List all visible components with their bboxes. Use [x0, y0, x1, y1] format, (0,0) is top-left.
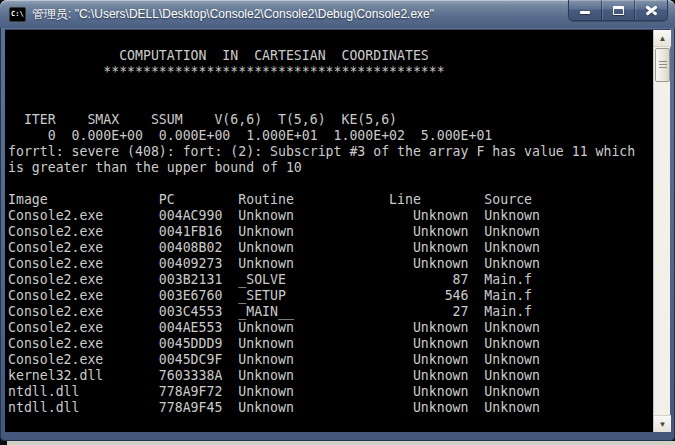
console-line: is greater than the upper bound of 10	[8, 160, 635, 176]
console-line: Image PC Routine Line Source	[8, 192, 635, 208]
console-line: COMPUTATION IN CARTESIAN COORDINATES	[8, 48, 635, 64]
console-line	[8, 80, 635, 96]
screen-bottom-edge	[7, 441, 675, 445]
console-window: C:\ 管理员: "C:\Users\DELL\Desktop\Console2…	[0, 0, 675, 441]
console-line	[8, 32, 635, 48]
console-line: Console2.exe 004AC990 Unknown Unknown Un…	[8, 208, 635, 224]
console-line: ITER SMAX SSUM V(6,6) T(5,6) KE(5,6)	[8, 112, 635, 128]
console-line: Console2.exe 003E6760 _SETUP 546 Main.f	[8, 288, 635, 304]
maximize-icon	[613, 6, 624, 15]
console-line: 0 0.000E+00 0.000E+00 1.000E+01 1.000E+0…	[8, 128, 635, 144]
vertical-scrollbar: ▲ ▼	[653, 30, 670, 432]
console-line: ntdll.dll 778A9F72 Unknown Unknown Unkno…	[8, 384, 635, 400]
titlebar[interactable]: C:\ 管理员: "C:\Users\DELL\Desktop\Console2…	[0, 0, 675, 28]
console-line: Console2.exe 00409273 Unknown Unknown Un…	[8, 256, 635, 272]
scrollbar-grip-icon	[659, 61, 667, 69]
console-line: Console2.exe 004AE553 Unknown Unknown Un…	[8, 320, 635, 336]
console-line: Console2.exe 0045DC9F Unknown Unknown Un…	[8, 352, 635, 368]
scroll-up-icon: ▲	[659, 34, 667, 43]
console-line	[8, 176, 635, 192]
console-line	[8, 96, 635, 112]
window-controls	[568, 0, 668, 21]
scrollbar-thumb[interactable]	[655, 48, 670, 82]
cmd-icon[interactable]: C:\	[9, 7, 26, 22]
console-line: forrtl: severe (408): fort: (2): Subscri…	[8, 144, 635, 160]
minimize-icon	[580, 11, 590, 14]
close-icon	[645, 5, 658, 16]
console-line: Console2.exe 0041FB16 Unknown Unknown Un…	[8, 224, 635, 240]
console-line: kernel32.dll 7603338A Unknown Unknown Un…	[8, 368, 635, 384]
scroll-up-button[interactable]: ▲	[654, 30, 671, 47]
maximize-button[interactable]	[601, 0, 634, 20]
cmd-icon-text: C:\	[10, 11, 24, 18]
console-output: COMPUTATION IN CARTESIAN COORDINATES ***…	[8, 32, 635, 416]
console-line: Console2.exe 003B2131 _SOLVE 87 Main.f	[8, 272, 635, 288]
console-line: Console2.exe 003C4553 _MAIN__ 27 Main.f	[8, 304, 635, 320]
minimize-button[interactable]	[569, 0, 601, 20]
console-line: Console2.exe 0045DDD9 Unknown Unknown Un…	[8, 336, 635, 352]
scroll-down-button[interactable]: ▼	[654, 415, 671, 432]
console-line: ****************************************…	[8, 64, 635, 80]
console-line: ntdll.dll 778A9F45 Unknown Unknown Unkno…	[8, 400, 635, 416]
close-button[interactable]	[634, 0, 667, 20]
scroll-down-icon: ▼	[659, 420, 667, 429]
console-viewport: COMPUTATION IN CARTESIAN COORDINATES ***…	[5, 30, 670, 432]
console-line: Console2.exe 00408B02 Unknown Unknown Un…	[8, 240, 635, 256]
